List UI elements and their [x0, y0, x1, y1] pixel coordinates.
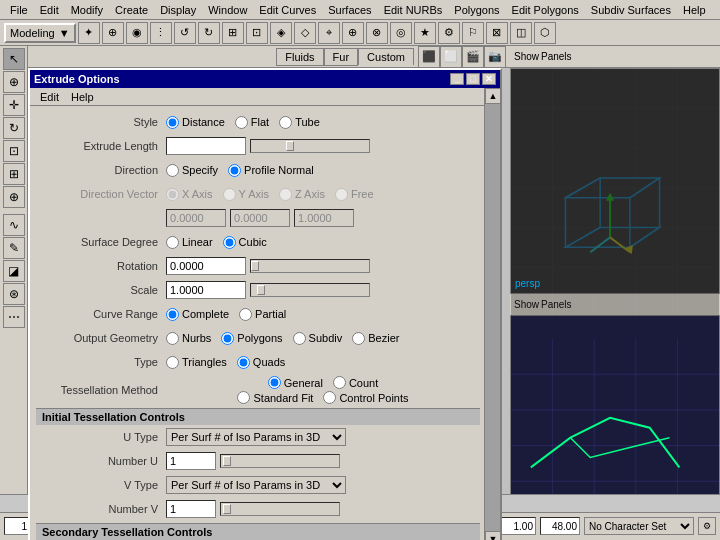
menu-edit-curves[interactable]: Edit Curves	[253, 2, 322, 18]
output-polygons-radio[interactable]	[221, 332, 234, 345]
tess-count-radio[interactable]	[333, 376, 346, 389]
number-u-input[interactable]	[166, 452, 216, 470]
lasso-tool[interactable]: ⊕	[3, 71, 25, 93]
menu-polygons[interactable]: Polygons	[448, 2, 505, 18]
toolbar-btn-19[interactable]: ◫	[510, 22, 532, 44]
toolbar-btn-1[interactable]: ✦	[78, 22, 100, 44]
toolbar-btn-10[interactable]: ◇	[294, 22, 316, 44]
tess-general-radio[interactable]	[268, 376, 281, 389]
timeline-range-end[interactable]	[540, 517, 580, 535]
toolbar-btn-7[interactable]: ⊞	[222, 22, 244, 44]
tab-fluids[interactable]: Fluids	[276, 48, 323, 66]
vector-yaxis-option[interactable]: Y Axis	[223, 188, 269, 201]
rotation-slider[interactable]	[250, 259, 370, 273]
show-manip[interactable]: ⊕	[3, 186, 25, 208]
render-icon-2[interactable]: ⬜	[440, 46, 462, 68]
direction-specify-option[interactable]: Specify	[166, 164, 218, 177]
output-subdiv-option[interactable]: Subdiv	[293, 332, 343, 345]
style-distance-radio[interactable]	[166, 116, 179, 129]
toolbar-btn-17[interactable]: ⚐	[462, 22, 484, 44]
degree-cubic-option[interactable]: Cubic	[223, 236, 267, 249]
select-tool[interactable]: ↖	[3, 48, 25, 70]
dialog-menu-help[interactable]: Help	[65, 91, 100, 103]
tess-general-option[interactable]: General	[268, 376, 323, 389]
vector-free-radio[interactable]	[335, 188, 348, 201]
toolbar-btn-12[interactable]: ⊕	[342, 22, 364, 44]
menu-edit-nurbs[interactable]: Edit NURBs	[378, 2, 449, 18]
toolbar-btn-15[interactable]: ★	[414, 22, 436, 44]
u-type-dropdown[interactable]: Per Surf # of Iso Params in 3D	[166, 428, 346, 446]
direction-profile-radio[interactable]	[228, 164, 241, 177]
vector-yaxis-radio[interactable]	[223, 188, 236, 201]
toolbar-btn-4[interactable]: ⋮	[150, 22, 172, 44]
output-nurbs-option[interactable]: Nurbs	[166, 332, 211, 345]
menu-file[interactable]: File	[4, 2, 34, 18]
toolbar-btn-18[interactable]: ⊠	[486, 22, 508, 44]
panels-label[interactable]: Panels	[541, 51, 572, 62]
scroll-track[interactable]	[485, 104, 500, 531]
y-input[interactable]	[230, 209, 290, 227]
dialog-menu-edit[interactable]: Edit	[34, 91, 65, 103]
degree-linear-option[interactable]: Linear	[166, 236, 213, 249]
style-flat-radio[interactable]	[235, 116, 248, 129]
output-bezier-option[interactable]: Bezier	[352, 332, 399, 345]
menu-surfaces[interactable]: Surfaces	[322, 2, 377, 18]
toolbar-btn-2[interactable]: ⊕	[102, 22, 124, 44]
dynamics-tool[interactable]: ⋯	[3, 306, 25, 328]
move-tool[interactable]: ✛	[3, 94, 25, 116]
dialog-minimize-btn[interactable]: _	[450, 73, 464, 85]
menu-modify[interactable]: Modify	[65, 2, 109, 18]
timeline-range-start[interactable]	[496, 517, 536, 535]
tess-stdfit-option[interactable]: Standard Fit	[237, 391, 313, 404]
menu-display[interactable]: Display	[154, 2, 202, 18]
tess-ctrlpts-radio[interactable]	[323, 391, 336, 404]
toolbar-btn-9[interactable]: ◈	[270, 22, 292, 44]
menu-help[interactable]: Help	[677, 2, 712, 18]
toolbar-btn-13[interactable]: ⊗	[366, 22, 388, 44]
menu-edit-polygons[interactable]: Edit Polygons	[506, 2, 585, 18]
cloth-tool[interactable]: ◪	[3, 260, 25, 282]
tess-stdfit-radio[interactable]	[237, 391, 250, 404]
scale-input[interactable]	[166, 281, 246, 299]
number-v-input[interactable]	[166, 500, 216, 518]
type-quads-radio[interactable]	[237, 356, 250, 369]
style-tube-radio[interactable]	[279, 116, 292, 129]
menu-create[interactable]: Create	[109, 2, 154, 18]
v-type-dropdown[interactable]: Per Surf # of Iso Params in 3D	[166, 476, 346, 494]
scroll-up-btn[interactable]: ▲	[485, 88, 501, 104]
output-bezier-radio[interactable]	[352, 332, 365, 345]
number-u-slider[interactable]	[220, 454, 340, 468]
style-flat-option[interactable]: Flat	[235, 116, 269, 129]
vector-xaxis-option[interactable]: X Axis	[166, 188, 213, 201]
toolbar-btn-8[interactable]: ⊡	[246, 22, 268, 44]
toolbar-btn-14[interactable]: ◎	[390, 22, 412, 44]
menu-window[interactable]: Window	[202, 2, 253, 18]
universal-tool[interactable]: ⊞	[3, 163, 25, 185]
direction-specify-radio[interactable]	[166, 164, 179, 177]
curve-complete-radio[interactable]	[166, 308, 179, 321]
character-set-dropdown[interactable]: No Character Set	[584, 517, 694, 535]
persp-viewport[interactable]: persp	[510, 68, 720, 294]
number-v-slider[interactable]	[220, 502, 340, 516]
degree-linear-radio[interactable]	[166, 236, 179, 249]
toolbar-btn-20[interactable]: ⬡	[534, 22, 556, 44]
paint-tool[interactable]: ✎	[3, 237, 25, 259]
type-quads-option[interactable]: Quads	[237, 356, 285, 369]
show-label[interactable]: Show	[514, 51, 539, 62]
type-triangles-option[interactable]: Triangles	[166, 356, 227, 369]
render-icon-1[interactable]: ⬛	[418, 46, 440, 68]
x-input[interactable]	[166, 209, 226, 227]
type-triangles-radio[interactable]	[166, 356, 179, 369]
render-icon-4[interactable]: 📷	[484, 46, 506, 68]
tess-ctrlpts-option[interactable]: Control Points	[323, 391, 408, 404]
z-input[interactable]	[294, 209, 354, 227]
scale-tool[interactable]: ⊡	[3, 140, 25, 162]
curve-partial-radio[interactable]	[239, 308, 252, 321]
timeline-settings[interactable]: ⚙	[698, 517, 716, 535]
toolbar-btn-5[interactable]: ↺	[174, 22, 196, 44]
modeling-dropdown[interactable]: Modeling ▼	[4, 23, 76, 43]
scale-slider[interactable]	[250, 283, 370, 297]
tab-fur[interactable]: Fur	[324, 48, 359, 66]
toolbar-btn-16[interactable]: ⚙	[438, 22, 460, 44]
style-tube-option[interactable]: Tube	[279, 116, 320, 129]
